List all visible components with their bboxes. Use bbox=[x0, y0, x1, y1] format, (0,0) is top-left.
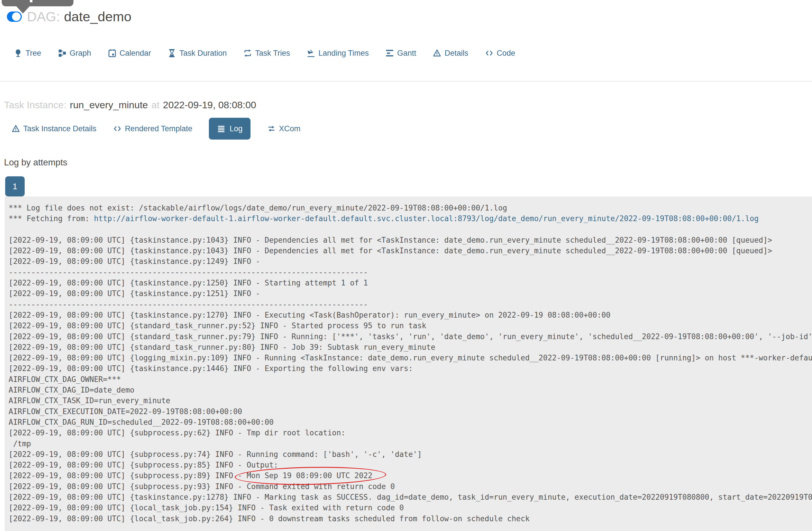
log-line: *** Fetching from: http://airflow-worker… bbox=[9, 213, 812, 224]
tooltip-arrow bbox=[16, 6, 30, 14]
log-line: AIRFLOW_CTX_DAG_OWNER=*** bbox=[9, 374, 812, 385]
dag-name: date_demo bbox=[64, 9, 131, 24]
task-instance-heading: Task Instance: run_every_minute at 2022-… bbox=[4, 99, 256, 111]
tab-calendar[interactable]: Calendar bbox=[108, 49, 151, 58]
log-line: [2022-09-19, 08:09:00 UTC] {subprocess.p… bbox=[9, 428, 812, 438]
tab-label: Graph bbox=[70, 49, 91, 58]
tab-label: Task Tries bbox=[255, 49, 290, 58]
log-fetch-link[interactable]: http://airflow-worker-default-1.airflow-… bbox=[94, 214, 759, 223]
tab-landing-times[interactable]: Landing Times bbox=[307, 49, 369, 58]
log-line: [2022-09-19, 08:09:00 UTC] {standard_tas… bbox=[9, 332, 812, 342]
tab-label: Log bbox=[230, 124, 243, 133]
tab-details[interactable]: Details bbox=[433, 49, 468, 58]
log-line: AIRFLOW_CTX_DAG_ID=date_demo bbox=[9, 385, 812, 395]
attempt-1-tab[interactable]: 1 bbox=[5, 176, 25, 196]
tab-task-tries[interactable]: Task Tries bbox=[243, 49, 290, 58]
log-line: ----------------------------------------… bbox=[9, 299, 812, 310]
tab-label: Details bbox=[445, 49, 468, 58]
code-icon bbox=[113, 124, 122, 133]
tab-rendered-template[interactable]: Rendered Template bbox=[113, 124, 192, 133]
log-line: *** Log file does not exist: /stackable/… bbox=[9, 203, 812, 213]
log-panel: *** Log file does not exist: /stackable/… bbox=[4, 196, 812, 531]
tab-xcom[interactable]: XCom bbox=[267, 124, 301, 133]
clipped-tooltip-bubble bbox=[2, 0, 73, 6]
gantt-icon bbox=[385, 49, 394, 57]
log-line: [2022-09-19, 08:09:00 UTC] {standard_tas… bbox=[9, 342, 812, 353]
log-output: *** Log file does not exist: /stackable/… bbox=[4, 196, 812, 524]
header-divider bbox=[0, 81, 812, 82]
tab-label: XCom bbox=[279, 124, 301, 133]
tab-log-active[interactable]: Log bbox=[209, 118, 250, 140]
tab-label: Gantt bbox=[397, 49, 416, 58]
exchange-arrows-icon bbox=[267, 124, 276, 133]
tab-task-instance-details[interactable]: Task Instance Details bbox=[12, 124, 97, 133]
warning-triangle-icon bbox=[12, 124, 20, 133]
tab-label: Task Duration bbox=[179, 49, 227, 58]
graph-icon bbox=[58, 49, 67, 57]
hourglass-icon bbox=[168, 49, 176, 57]
log-line: [2022-09-19, 08:09:00 UTC] {taskinstance… bbox=[9, 363, 812, 374]
log-by-attempts-heading: Log by attempts bbox=[4, 157, 68, 168]
log-line: [2022-09-19, 08:09:00 UTC] {logging_mixi… bbox=[9, 353, 812, 363]
log-line: [2022-09-19, 08:09:00 UTC] {taskinstance… bbox=[9, 310, 812, 321]
tab-tree[interactable]: Tree bbox=[14, 49, 41, 58]
tab-label: Task Instance Details bbox=[23, 124, 97, 133]
code-icon bbox=[485, 49, 494, 57]
log-line: [2022-09-19, 08:09:00 UTC] {taskinstance… bbox=[9, 235, 812, 246]
tab-label: Code bbox=[497, 49, 515, 58]
dag-label: DAG: bbox=[27, 9, 60, 24]
toggle-knob bbox=[12, 12, 21, 21]
log-line: [2022-09-19, 08:09:00 UTC] {local_task_j… bbox=[9, 514, 812, 524]
tab-label: Tree bbox=[26, 49, 41, 58]
log-line: [2022-09-19, 08:09:00 UTC] {subprocess.p… bbox=[9, 460, 812, 471]
tab-gantt[interactable]: Gantt bbox=[385, 49, 416, 58]
tab-graph[interactable]: Graph bbox=[58, 49, 91, 58]
log-line: [2022-09-19, 08:09:00 UTC] {taskinstance… bbox=[9, 288, 812, 299]
tab-label: Calendar bbox=[120, 49, 151, 58]
tab-label: Rendered Template bbox=[125, 124, 192, 133]
tab-label: Landing Times bbox=[318, 49, 369, 58]
log-line: ----------------------------------------… bbox=[9, 267, 812, 278]
page-title: DAG: date_demo bbox=[27, 9, 131, 24]
task-instance-tabs: Task Instance Details Rendered Template … bbox=[12, 118, 301, 140]
log-line: [2022-09-19, 08:09:00 UTC] {taskinstance… bbox=[9, 246, 812, 256]
at-word: at bbox=[151, 99, 160, 111]
log-line: AIRFLOW_CTX_DAG_RUN_ID=scheduled__2022-0… bbox=[9, 417, 812, 428]
log-line: [2022-09-19, 08:09:00 UTC] {subprocess.p… bbox=[9, 471, 812, 481]
log-line: [2022-09-19, 08:09:00 UTC] {taskinstance… bbox=[9, 492, 812, 503]
dag-view-tabs: Tree Graph Calendar Task Duration Task T… bbox=[14, 43, 515, 63]
tree-icon bbox=[14, 49, 23, 57]
calendar-icon bbox=[108, 49, 116, 57]
list-icon bbox=[217, 124, 226, 133]
log-line: [2022-09-19, 08:09:00 UTC] {taskinstance… bbox=[9, 278, 812, 288]
log-line: AIRFLOW_CTX_TASK_ID=run_every_minute bbox=[9, 395, 812, 406]
task-instance-label: Task Instance: bbox=[4, 99, 66, 111]
task-instance-datetime: 2022-09-19, 08:08:00 bbox=[163, 99, 256, 111]
log-line bbox=[9, 224, 812, 235]
log-line: /tmp bbox=[9, 438, 812, 449]
plane-arrival-icon bbox=[307, 49, 315, 57]
log-line: [2022-09-19, 08:09:00 UTC] {subprocess.p… bbox=[9, 449, 812, 460]
log-line: [2022-09-19, 08:09:00 UTC] {taskinstance… bbox=[9, 256, 812, 267]
tooltip-text-fragment bbox=[30, 0, 32, 2]
tab-task-duration[interactable]: Task Duration bbox=[168, 49, 227, 58]
tab-code[interactable]: Code bbox=[485, 49, 515, 58]
task-instance-name: run_every_minute bbox=[70, 99, 148, 111]
log-line: [2022-09-19, 08:09:00 UTC] {standard_tas… bbox=[9, 321, 812, 331]
log-line: AIRFLOW_CTX_EXECUTION_DATE=2022-09-19T08… bbox=[9, 406, 812, 417]
repeat-icon bbox=[243, 49, 252, 57]
log-line: [2022-09-19, 08:09:00 UTC] {subprocess.p… bbox=[9, 481, 812, 492]
warning-triangle-icon bbox=[433, 49, 441, 57]
log-line: [2022-09-19, 08:09:00 UTC] {local_task_j… bbox=[9, 503, 812, 513]
